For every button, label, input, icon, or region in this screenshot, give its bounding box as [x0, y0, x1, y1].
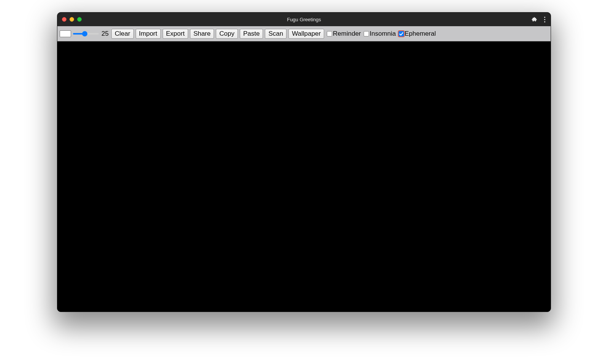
size-value: 25 — [101, 30, 109, 38]
toolbar: 25 Clear Import Export Share Copy Paste … — [57, 26, 551, 41]
import-button[interactable]: Import — [136, 29, 161, 39]
window-minimize-button[interactable] — [70, 17, 74, 22]
checkbox-box[interactable] — [327, 31, 332, 36]
wallpaper-button[interactable]: Wallpaper — [288, 29, 324, 39]
window-zoom-button[interactable] — [77, 17, 82, 22]
paste-button[interactable]: Paste — [240, 29, 263, 39]
size-slider[interactable] — [73, 31, 99, 37]
extensions-icon[interactable] — [531, 16, 537, 22]
checkbox-label: Insomnia — [370, 30, 396, 38]
app-window: Fugu Greetings 25 Clear Impor — [57, 12, 551, 312]
color-picker[interactable] — [60, 30, 71, 37]
checkbox-label: Reminder — [333, 30, 361, 38]
clear-button[interactable]: Clear — [111, 29, 134, 39]
window-controls — [62, 17, 82, 22]
checkbox-box[interactable] — [364, 31, 369, 36]
copy-button[interactable]: Copy — [216, 29, 238, 39]
scan-button[interactable]: Scan — [265, 29, 287, 39]
drawing-canvas[interactable] — [57, 41, 551, 312]
export-button[interactable]: Export — [163, 29, 188, 39]
window-close-button[interactable] — [62, 17, 66, 22]
checkbox-box[interactable] — [399, 31, 404, 36]
checkbox-label: Ephemeral — [405, 30, 436, 38]
reminder-checkbox[interactable]: Reminder — [327, 30, 361, 38]
insomnia-checkbox[interactable]: Insomnia — [364, 30, 396, 38]
more-menu-icon[interactable] — [543, 16, 546, 23]
ephemeral-checkbox[interactable]: Ephemeral — [399, 30, 436, 38]
window-title: Fugu Greetings — [57, 17, 551, 22]
share-button[interactable]: Share — [190, 29, 214, 39]
window-titlebar: Fugu Greetings — [57, 13, 551, 26]
